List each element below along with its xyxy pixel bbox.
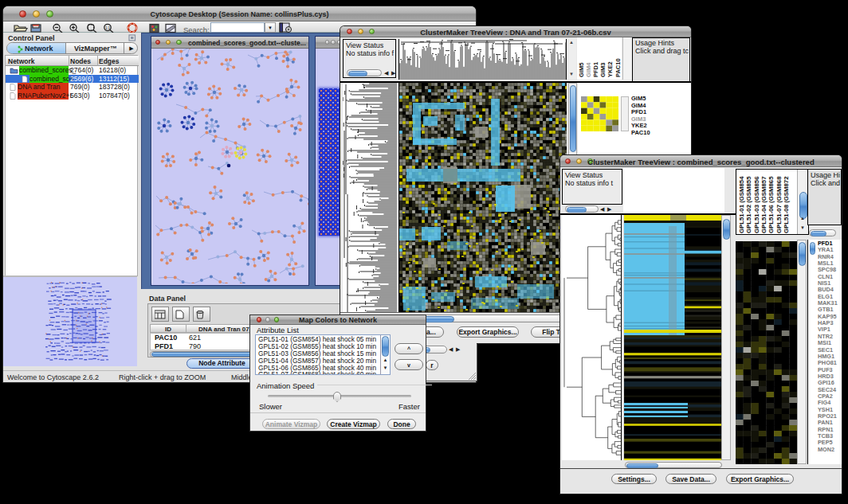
svg-text:GPL51-02 (GSM855: GPL51-02 (GSM855 xyxy=(745,176,752,233)
svg-text:GIM3: GIM3 xyxy=(599,63,607,77)
svg-text:YKE2: YKE2 xyxy=(607,61,614,77)
svg-text:GIM5: GIM5 xyxy=(578,63,585,77)
svg-text:1:1: 1:1 xyxy=(105,26,111,30)
svg-text:GPL51-06 (GSM865: GPL51-06 (GSM865 xyxy=(768,176,775,233)
svg-text:GIM4: GIM4 xyxy=(585,62,592,77)
svg-text:GPL51-04 (GSM857: GPL51-04 (GSM857 xyxy=(760,176,768,233)
svg-text:GPL51-01 (GSM854: GPL51-01 (GSM854 xyxy=(738,176,745,233)
svg-text:GPL51-07 (GSM868: GPL51-07 (GSM868 xyxy=(775,176,783,233)
svg-text:PAC10: PAC10 xyxy=(614,58,622,77)
svg-text:GPL51-03 (GSM856: GPL51-03 (GSM856 xyxy=(753,176,760,233)
svg-text:PFD1: PFD1 xyxy=(592,62,599,77)
svg-text:GPL51-08 (GSM872: GPL51-08 (GSM872 xyxy=(783,176,790,233)
